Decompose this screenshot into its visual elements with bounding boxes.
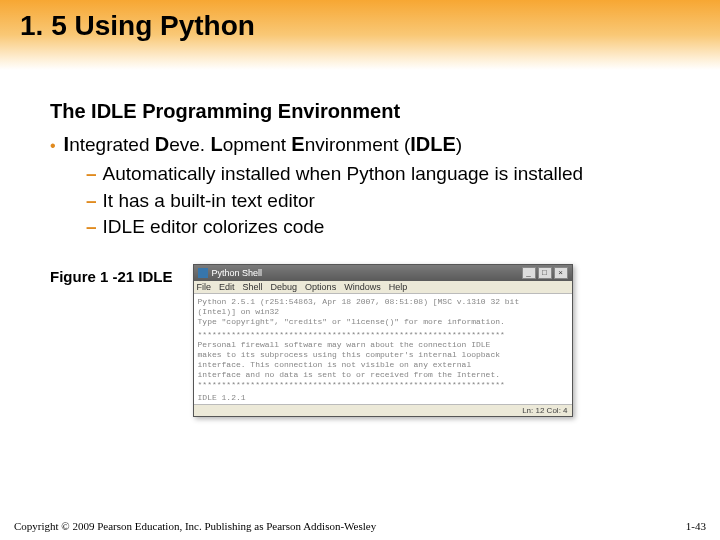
list-item: – IDLE editor colorizes code bbox=[86, 215, 680, 240]
menu-item: File bbox=[197, 282, 212, 292]
window-titlebar: Python Shell _ □ × bbox=[194, 265, 572, 281]
figure-row: Figure 1 -21 IDLE Python Shell _ □ × Fil… bbox=[50, 264, 680, 417]
list-item: – It has a built-in text editor bbox=[86, 189, 680, 214]
menu-item: Help bbox=[389, 282, 408, 292]
bullet-acronym: • Integrated Deve. Lopment Environment (… bbox=[50, 133, 680, 156]
maximize-icon: □ bbox=[538, 267, 552, 279]
slide-title: 1. 5 Using Python bbox=[20, 10, 720, 42]
list-item: – Automatically installed when Python la… bbox=[86, 162, 680, 187]
menu-item: Options bbox=[305, 282, 336, 292]
menu-bar: File Edit Shell Debug Options Windows He… bbox=[194, 281, 572, 294]
menu-item: Windows bbox=[344, 282, 381, 292]
minimize-icon: _ bbox=[522, 267, 536, 279]
menu-item: Debug bbox=[271, 282, 298, 292]
idle-window-screenshot: Python Shell _ □ × File Edit Shell Debug… bbox=[193, 264, 573, 417]
menu-item: Shell bbox=[243, 282, 263, 292]
sub-bullet-list: – Automatically installed when Python la… bbox=[86, 162, 680, 240]
acronym-text: Integrated Deve. Lopment Environment (ID… bbox=[64, 133, 463, 156]
window-controls: _ □ × bbox=[522, 267, 568, 279]
window-title-text: Python Shell bbox=[212, 268, 263, 278]
python-icon bbox=[198, 268, 208, 278]
dash-icon: – bbox=[86, 189, 97, 214]
dash-icon: – bbox=[86, 215, 97, 240]
page-number: 1-43 bbox=[686, 520, 706, 532]
subheading: The IDLE Programming Environment bbox=[50, 100, 680, 123]
figure-caption: Figure 1 -21 IDLE bbox=[50, 264, 173, 285]
bullet-dot-icon: • bbox=[50, 138, 56, 154]
close-icon: × bbox=[554, 267, 568, 279]
shell-output: Python 2.5.1 (r251:54863, Apr 18 2007, 0… bbox=[194, 294, 572, 404]
status-bar: Ln: 12 Col: 4 bbox=[194, 404, 572, 416]
header-band: 1. 5 Using Python bbox=[0, 0, 720, 70]
menu-item: Edit bbox=[219, 282, 235, 292]
content-area: The IDLE Programming Environment • Integ… bbox=[0, 70, 720, 417]
copyright-text: Copyright © 2009 Pearson Education, Inc.… bbox=[14, 520, 376, 532]
slide-footer: Copyright © 2009 Pearson Education, Inc.… bbox=[14, 520, 706, 532]
dash-icon: – bbox=[86, 162, 97, 187]
